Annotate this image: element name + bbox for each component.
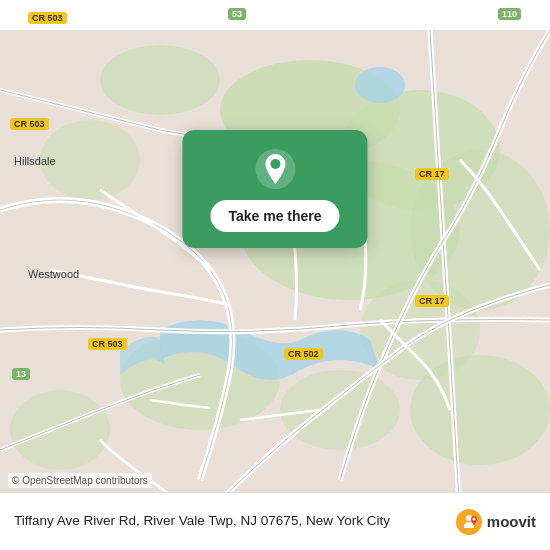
address-text: Tiffany Ave River Rd, River Vale Twp, NJ…	[14, 512, 455, 531]
svg-point-18	[472, 517, 475, 520]
map-container: CR 503 53 110 CR 503 CR 17 CR 17 CR 503 …	[0, 0, 550, 550]
info-bar: Tiffany Ave River Rd, River Vale Twp, NJ…	[0, 492, 550, 550]
moovit-logo-icon	[455, 508, 483, 536]
svg-point-17	[466, 515, 472, 521]
moovit-brand-text: moovit	[487, 513, 536, 530]
svg-point-10	[10, 390, 110, 470]
svg-point-13	[355, 67, 405, 103]
take-me-there-button[interactable]: Take me there	[210, 200, 339, 232]
location-pin-icon	[254, 148, 296, 190]
svg-point-15	[270, 159, 280, 169]
map-background	[0, 0, 550, 550]
map-attribution: © OpenStreetMap contributors	[8, 473, 152, 488]
svg-point-6	[40, 120, 140, 200]
svg-point-5	[100, 45, 220, 115]
svg-point-8	[280, 370, 400, 450]
location-popup: Take me there	[182, 130, 367, 248]
moovit-logo: moovit	[455, 508, 536, 536]
